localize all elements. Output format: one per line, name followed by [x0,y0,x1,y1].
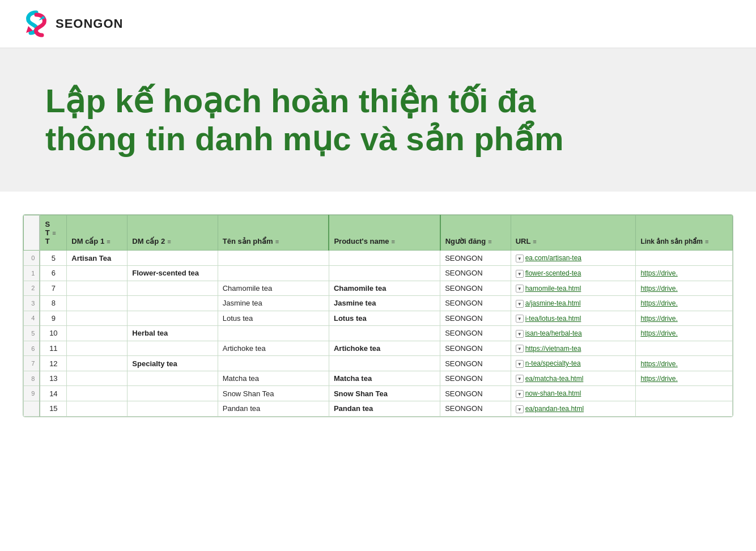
pname-filter-button[interactable]: ≡ [390,238,396,245]
cell-dm2: Flower-scented tea [128,265,218,281]
link-link[interactable]: https://drive. [640,360,677,368]
url-dropdown-arrow[interactable]: ▼ [516,300,524,308]
url-link[interactable]: isan-tea/herbal-tea [525,329,582,337]
url-link[interactable]: now-shan-tea.html [525,389,581,397]
link-link[interactable]: https://drive. [640,329,677,337]
cell-pname: Pandan tea [329,401,440,417]
link-link[interactable]: https://drive. [640,299,677,307]
url-link[interactable]: flower-scented-tea [525,269,581,277]
url-dropdown-arrow[interactable]: ▼ [516,255,524,262]
url-dropdown-arrow[interactable]: ▼ [516,375,524,383]
cell-dm1 [67,371,128,386]
cell-dm2 [128,371,218,386]
url-link[interactable]: a/jasmine-tea.html [525,299,581,307]
th-dm2-label: DM cấp 2 [132,237,165,245]
link-link[interactable]: https://drive. [640,375,677,383]
table-wrapper: STT ≡ DM cấp 1 ≡ DM cấp 2 ≡ [23,214,733,417]
url-dropdown-arrow[interactable]: ▼ [516,315,524,323]
url-link[interactable]: i-tea/lotus-tea.html [525,315,581,323]
cell-stt: 12 [40,356,66,371]
cell-url: ▼hamomile-tea.html [511,281,636,296]
th-pname: Product's name ≡ [329,215,440,251]
cell-url: ▼now-shan-tea.html [511,386,636,401]
th-nguoi: Người đăng ≡ [440,215,511,251]
url-link[interactable]: https://vietnam-tea [525,345,581,353]
table-row: 15Pandan teaPandan teaSEONGON▼ea/pandan-… [24,401,733,417]
url-filter-button[interactable]: ≡ [532,238,537,245]
th-stt-label: STT [45,220,50,245]
th-url-label: URL [516,237,531,245]
ten-filter-button[interactable]: ≡ [274,238,280,245]
link-filter-button[interactable]: ≡ [704,238,710,245]
link-link[interactable]: https://drive. [640,269,677,277]
table-row: 611Artichoke teaArtichoke teaSEONGON▼htt… [24,341,733,356]
cell-link: https://drive. [636,326,733,341]
url-link[interactable]: ea/pandan-tea.html [525,405,584,413]
url-dropdown-arrow[interactable]: ▼ [516,360,524,368]
url-link[interactable]: hamomile-tea.html [525,285,581,293]
cell-dm2: Specialty tea [128,356,218,371]
cell-stt: 9 [40,311,66,326]
hero-title-line1: Lập kế hoạch hoàn thiện tối đa [45,82,536,119]
cell-stt: 11 [40,341,66,356]
cell-ten: Snow Shan Tea [218,386,329,401]
cell-rownum: 5 [24,326,40,341]
url-link[interactable]: ea.com/artisan-tea [525,254,581,262]
cell-ten: Artichoke tea [218,341,329,356]
logo-text: SEONGON [56,16,123,31]
hero-title: Lập kế hoạch hoàn thiện tối đa thông tin… [45,82,711,158]
cell-url: ▼ea/pandan-tea.html [511,401,636,417]
cell-ten [218,251,329,266]
cell-ten [218,265,329,281]
cell-pname [329,265,440,281]
table-row: 712Specialty teaSEONGON▼n-tea/specialty-… [24,356,733,371]
cell-dm2: Herbal tea [128,326,218,341]
url-dropdown-arrow[interactable]: ▼ [516,390,524,398]
url-dropdown-arrow[interactable]: ▼ [516,345,524,353]
cell-pname: Matcha tea [329,371,440,386]
th-stt: STT ≡ [40,215,66,251]
cell-rownum: 0 [24,251,40,266]
cell-stt: 6 [40,265,66,281]
url-dropdown-arrow[interactable]: ▼ [516,330,524,338]
cell-rownum: 8 [24,371,40,386]
cell-pname [329,356,440,371]
cell-url: ▼flower-scented-tea [511,265,636,281]
cell-nguoi: SEONGON [440,401,511,417]
cell-stt: 8 [40,296,66,311]
cell-link: https://drive. [636,311,733,326]
stt-filter-button[interactable]: ≡ [51,230,57,236]
cell-nguoi: SEONGON [440,371,511,386]
dm2-filter-button[interactable]: ≡ [166,238,172,245]
cell-url: ▼isan-tea/herbal-tea [511,326,636,341]
table-section: STT ≡ DM cấp 1 ≡ DM cấp 2 ≡ [0,192,756,439]
th-rownum [24,215,40,251]
url-link[interactable]: ea/matcha-tea.html [525,375,584,383]
cell-link: https://drive. [636,356,733,371]
cell-dm1 [67,281,128,296]
link-link[interactable]: https://drive. [640,285,677,293]
nguoi-filter-button[interactable]: ≡ [487,238,492,245]
cell-pname: Chamomile tea [329,281,440,296]
cell-stt: 13 [40,371,66,386]
table-row: 914Snow Shan TeaSnow Shan TeaSEONGON▼now… [24,386,733,401]
cell-stt: 15 [40,401,66,417]
th-nguoi-label: Người đăng [445,237,486,245]
cell-ten: Pandan tea [218,401,329,417]
th-url: URL ≡ [511,215,636,251]
url-dropdown-arrow[interactable]: ▼ [516,405,524,413]
url-dropdown-arrow[interactable]: ▼ [516,270,524,278]
link-link[interactable]: https://drive. [640,315,677,323]
cell-nguoi: SEONGON [440,326,511,341]
cell-dm1 [67,386,128,401]
cell-url: ▼ea/matcha-tea.html [511,371,636,386]
dm1-filter-button[interactable]: ≡ [105,238,111,245]
cell-link: https://drive. [636,265,733,281]
cell-dm1 [67,265,128,281]
cell-dm1 [67,356,128,371]
cell-nguoi: SEONGON [440,356,511,371]
url-dropdown-arrow[interactable]: ▼ [516,285,524,293]
url-link[interactable]: n-tea/specialty-tea [525,359,581,367]
cell-dm2 [128,401,218,417]
cell-nguoi: SEONGON [440,341,511,356]
